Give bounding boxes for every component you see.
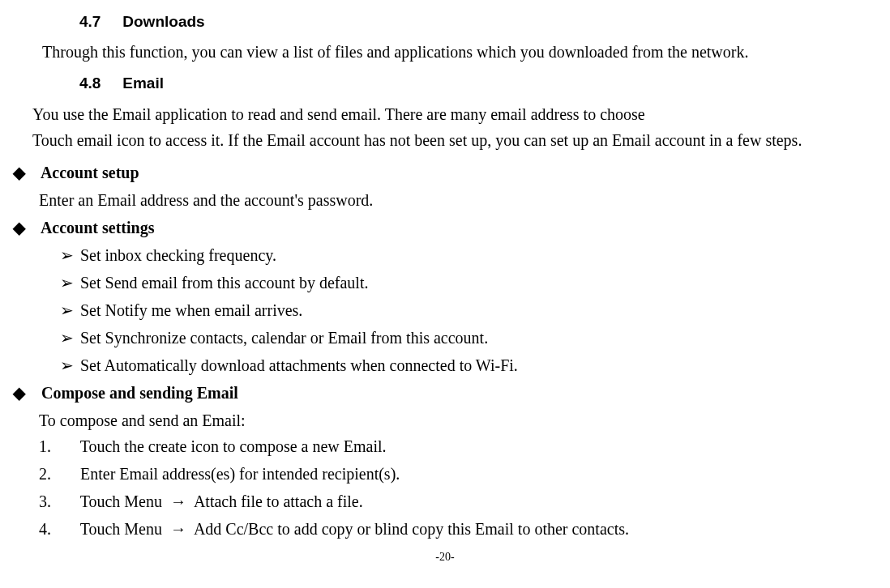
step-text: Touch Menu → Add Cc/Bcc to add copy or b…: [80, 520, 629, 538]
compose-intro: To compose and send an Email:: [39, 407, 890, 433]
diamond-bullet-icon: ◆: [13, 215, 37, 241]
triangle-bullet-icon: ➢: [60, 352, 76, 378]
compose-step: 1. Touch the create icon to compose a ne…: [39, 433, 890, 459]
step-text: Touch Menu → Attach file to attach a fil…: [80, 492, 363, 510]
account-setup-line: Enter an Email address and the account's…: [39, 187, 890, 213]
paragraph-4-8-a: You use the Email application to read an…: [0, 101, 890, 127]
paragraph-4-8-b: Touch email icon to access it. If the Em…: [0, 127, 890, 153]
step-text: Enter Email address(es) for intended rec…: [80, 465, 400, 483]
settings-text: Set Automatically download attachments w…: [80, 356, 518, 374]
bullet-heading: Account setup: [41, 164, 139, 181]
diamond-bullet-icon: ◆: [13, 160, 37, 185]
compose-step: 2. Enter Email address(es) for intended …: [39, 461, 890, 487]
step-number: 1.: [39, 433, 76, 459]
diamond-bullet-icon: ◆: [13, 380, 37, 406]
settings-text: Set inbox checking frequency.: [80, 246, 276, 264]
bullet-heading: Compose and sending Email: [41, 384, 238, 402]
settings-text: Set Notify me when email arrives.: [80, 301, 302, 319]
settings-item: ➢ Set Notify me when email arrives.: [60, 297, 890, 323]
step-text: Touch the create icon to compose a new E…: [80, 437, 387, 455]
settings-item: ➢ Set Synchronize contacts, calendar or …: [60, 325, 890, 351]
section-heading-4-8: 4.8 Email: [79, 71, 890, 96]
triangle-bullet-icon: ➢: [60, 270, 76, 296]
triangle-bullet-icon: ➢: [60, 242, 76, 268]
section-number: 4.7: [79, 10, 118, 34]
triangle-bullet-icon: ➢: [60, 325, 76, 351]
bullet-compose-email: ◆ Compose and sending Email: [13, 380, 890, 406]
step-number: 3.: [39, 488, 76, 514]
triangle-bullet-icon: ➢: [60, 297, 76, 323]
settings-text: Set Send email from this account by defa…: [80, 274, 368, 292]
section-title: Email: [122, 75, 164, 92]
step-number: 4.: [39, 516, 76, 542]
compose-step: 3. Touch Menu → Attach file to attach a …: [39, 488, 890, 514]
compose-step: 4. Touch Menu → Add Cc/Bcc to add copy o…: [39, 516, 890, 542]
settings-item: ➢ Set Automatically download attachments…: [60, 352, 890, 378]
section-title: Downloads: [122, 13, 204, 30]
bullet-account-settings: ◆ Account settings: [13, 215, 890, 241]
paragraph-4-7: Through this function, you can view a li…: [0, 39, 890, 65]
settings-text: Set Synchronize contacts, calendar or Em…: [80, 329, 488, 347]
section-number: 4.8: [79, 71, 118, 96]
section-heading-4-7: 4.7 Downloads: [79, 10, 890, 34]
page-number: -20-: [0, 548, 890, 566]
step-number: 2.: [39, 461, 76, 487]
settings-item: ➢ Set inbox checking frequency.: [60, 242, 890, 268]
bullet-account-setup: ◆ Account setup: [13, 160, 890, 185]
bullet-heading: Account settings: [41, 219, 155, 236]
settings-item: ➢ Set Send email from this account by de…: [60, 270, 890, 296]
